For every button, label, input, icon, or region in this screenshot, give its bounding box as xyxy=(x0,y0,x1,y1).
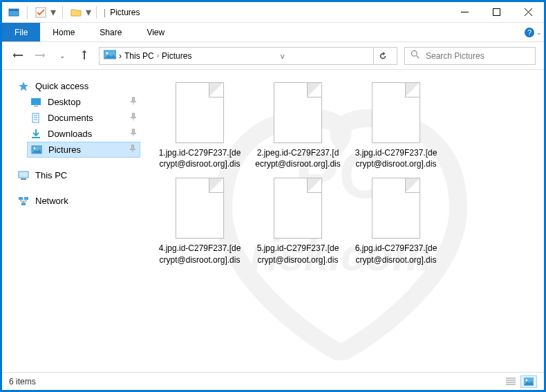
file-list[interactable]: 1.jpg.id-C279F237.[decrypt@disroot.org].… xyxy=(147,70,544,372)
breadcrumb-dropdown[interactable]: v xyxy=(281,52,285,60)
chevron-right-icon[interactable]: › xyxy=(119,51,122,61)
explorer-icon xyxy=(6,5,21,20)
sidebar-item-label: Pictures xyxy=(48,144,81,155)
quick-access-group: Quick access Desktop Documents xyxy=(15,78,140,158)
separator xyxy=(62,6,63,19)
svg-rect-22 xyxy=(19,171,28,178)
minimize-button[interactable] xyxy=(449,2,480,23)
svg-rect-25 xyxy=(24,197,28,200)
crumb-label: This PC xyxy=(124,51,154,61)
sidebar-item-pictures[interactable]: Pictures xyxy=(27,142,140,158)
tab-home[interactable]: Home xyxy=(40,23,87,41)
this-pc-icon xyxy=(17,169,30,182)
separator xyxy=(27,6,28,19)
breadcrumb-segment[interactable]: Pictures xyxy=(162,51,191,61)
unknown-file-icon xyxy=(274,178,322,239)
title-bar: ▾ ▾ | Pictures xyxy=(2,2,544,23)
tab-share[interactable]: Share xyxy=(87,23,134,41)
this-pc-group: This PC xyxy=(15,167,140,183)
svg-rect-13 xyxy=(31,98,41,105)
up-button[interactable]: 🠕 xyxy=(77,48,92,64)
sidebar-item-desktop[interactable]: Desktop xyxy=(27,94,140,110)
chevron-right-icon[interactable]: › xyxy=(157,52,159,59)
file-item[interactable]: 5.jpg.id-C279F237.[decrypt@disroot.org].… xyxy=(255,178,341,265)
close-button[interactable] xyxy=(512,2,544,23)
file-item[interactable]: 2.jpeg.id-C279F237.[decrypt@disroot.org]… xyxy=(255,82,341,169)
dropdown-icon[interactable]: ▾ xyxy=(50,5,57,20)
svg-rect-4 xyxy=(493,9,500,16)
item-count: 6 items xyxy=(9,377,36,386)
refresh-button[interactable] xyxy=(373,47,393,65)
dropdown-icon[interactable]: ▾ xyxy=(85,5,92,20)
svg-point-9 xyxy=(411,50,417,56)
pictures-folder-icon xyxy=(104,50,116,62)
sidebar-item-quick-access[interactable]: Quick access xyxy=(15,78,140,94)
checkbox-icon[interactable] xyxy=(33,5,48,20)
help-button[interactable]: ? ⌄ xyxy=(522,23,544,41)
window-controls xyxy=(449,2,544,23)
thumbnails-view-button[interactable] xyxy=(520,375,537,388)
view-mode-buttons xyxy=(502,375,537,388)
sidebar-item-label: Quick access xyxy=(35,81,88,91)
folder-icon xyxy=(68,5,84,20)
file-name: 4.jpg.id-C279F237.[decrypt@disroot.org].… xyxy=(157,243,243,265)
sidebar-item-network[interactable]: Network xyxy=(15,193,140,209)
status-bar: 6 items xyxy=(2,372,544,390)
file-name: 1.jpg.id-C279F237.[decrypt@disroot.org].… xyxy=(157,147,243,169)
sidebar-item-downloads[interactable]: Downloads xyxy=(27,126,140,142)
file-name: 3.jpg.id-C279F237.[decrypt@disroot.org].… xyxy=(353,147,439,169)
navigation-pane: Quick access Desktop Documents xyxy=(2,70,147,372)
search-box[interactable]: Search Pictures xyxy=(404,47,536,65)
svg-rect-26 xyxy=(21,203,26,205)
file-name: 6.jpg.id-C279F237.[decrypt@disroot.org].… xyxy=(353,243,439,265)
crumb-label: Pictures xyxy=(162,51,191,61)
quick-access-items: Desktop Documents Downloads xyxy=(15,94,140,158)
sidebar-item-documents[interactable]: Documents xyxy=(27,110,140,126)
unknown-file-icon xyxy=(372,82,420,143)
details-view-button[interactable] xyxy=(502,375,519,388)
file-item[interactable]: 6.jpg.id-C279F237.[decrypt@disroot.org].… xyxy=(353,178,439,265)
maximize-button[interactable] xyxy=(480,2,512,23)
file-item[interactable]: 4.jpg.id-C279F237.[decrypt@disroot.org].… xyxy=(157,178,243,265)
downloads-icon xyxy=(30,128,42,140)
sidebar-item-label: Network xyxy=(35,196,68,206)
pin-icon xyxy=(129,113,138,123)
forward-button[interactable]: 🠖 xyxy=(32,48,48,64)
file-item[interactable]: 1.jpg.id-C279F237.[decrypt@disroot.org].… xyxy=(157,82,243,169)
desktop-icon xyxy=(30,96,42,109)
file-name: 2.jpeg.id-C279F237.[decrypt@disroot.org]… xyxy=(255,147,341,169)
svg-rect-24 xyxy=(19,197,23,200)
pin-icon xyxy=(129,129,138,139)
file-name: 5.jpg.id-C279F237.[decrypt@disroot.org].… xyxy=(255,243,341,265)
back-button[interactable]: 🠔 xyxy=(10,48,26,64)
svg-point-32 xyxy=(526,379,528,381)
breadcrumb-segment[interactable]: This PC› xyxy=(124,51,159,61)
address-bar: 🠔 🠖 ⌄ 🠕 › This PC› Pictures v Search Pic… xyxy=(2,42,544,70)
search-icon xyxy=(411,50,420,62)
svg-text:?: ? xyxy=(527,28,531,37)
unknown-file-icon xyxy=(372,178,420,239)
sidebar-item-label: This PC xyxy=(35,170,67,180)
svg-point-8 xyxy=(106,53,109,55)
svg-point-21 xyxy=(34,147,36,149)
sidebar-item-this-pc[interactable]: This PC xyxy=(15,167,140,183)
recent-dropdown[interactable]: ⌄ xyxy=(55,48,70,64)
svg-rect-14 xyxy=(34,106,38,106)
quick-access-toolbar: ▾ ▾ xyxy=(6,5,92,20)
separator xyxy=(96,6,97,19)
search-placeholder: Search Pictures xyxy=(426,51,484,61)
unknown-file-icon xyxy=(274,82,322,143)
explorer-window: ▾ ▾ | Pictures File Home Share View ? ⌄ xyxy=(2,2,544,390)
file-item[interactable]: 3.jpg.id-C279F237.[decrypt@disroot.org].… xyxy=(353,82,439,169)
svg-rect-23 xyxy=(21,178,26,180)
network-icon xyxy=(17,195,30,207)
title-separator: | xyxy=(104,8,106,17)
tab-view[interactable]: View xyxy=(134,23,177,41)
file-tab[interactable]: File xyxy=(2,23,40,41)
pictures-icon xyxy=(30,144,43,156)
ribbon-tabs: File Home Share View ? ⌄ xyxy=(2,23,544,42)
pin-icon xyxy=(129,97,138,107)
breadcrumb[interactable]: › This PC› Pictures v xyxy=(99,47,397,65)
unknown-file-icon xyxy=(176,178,224,239)
window-title-area: | Pictures xyxy=(104,8,140,17)
